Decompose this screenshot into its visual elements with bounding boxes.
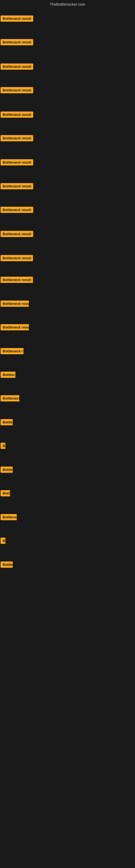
bottleneck-badge-14[interactable]: Bottleneck resu (1, 324, 29, 330)
bottleneck-badge-19[interactable]: B (1, 443, 5, 449)
bottleneck-badge-22[interactable]: Bottlens (1, 514, 17, 520)
result-row-13: Bottleneck resu (1, 301, 29, 308)
bottleneck-badge-23[interactable]: B (1, 538, 5, 544)
result-row-8: Bottleneck result (1, 183, 33, 190)
result-row-22: Bottlens (1, 514, 17, 521)
result-row-21: Bott (1, 490, 10, 497)
result-row-23: B (1, 538, 5, 545)
bottleneck-badge-13[interactable]: Bottleneck resu (1, 301, 29, 307)
bottleneck-badge-18[interactable]: Bottle (1, 419, 13, 425)
bottleneck-badge-1[interactable]: Bottleneck result (1, 16, 33, 22)
bottleneck-badge-10[interactable]: Bottleneck result (1, 231, 33, 237)
page-wrapper: TheBottlenecker.com Bottleneck result Bo… (0, 0, 135, 868)
result-row-20: Bottle (1, 467, 13, 474)
bottleneck-badge-12[interactable]: Bottleneck result (1, 277, 33, 283)
bottleneck-badge-7[interactable]: Bottleneck result (1, 159, 33, 165)
bottleneck-badge-11[interactable]: Bottleneck result (1, 255, 33, 261)
result-row-9: Bottleneck result (1, 207, 33, 214)
bottleneck-badge-9[interactable]: Bottleneck result (1, 207, 33, 213)
bottleneck-badge-15[interactable]: Bottleneck r (1, 348, 24, 354)
bottleneck-badge-3[interactable]: Bottleneck result (1, 63, 33, 70)
result-row-1: Bottleneck result (1, 16, 33, 23)
bottleneck-badge-5[interactable]: Bottleneck result (1, 112, 33, 118)
bottleneck-badge-2[interactable]: Bottleneck result (1, 39, 33, 45)
result-row-3: Bottleneck result (1, 63, 33, 71)
result-row-4: Bottleneck result (1, 87, 33, 94)
bottleneck-badge-4[interactable]: Bottleneck result (1, 87, 33, 93)
result-row-6: Bottleneck result (1, 135, 33, 143)
result-row-16: Bottlen (1, 372, 15, 379)
bottleneck-badge-17[interactable]: Bottleneck (1, 395, 19, 401)
site-title: TheBottlenecker.com (0, 0, 135, 8)
result-row-5: Bottleneck result (1, 112, 33, 119)
result-row-24: Bottle (1, 561, 13, 569)
bottleneck-badge-21[interactable]: Bott (1, 490, 10, 496)
bottleneck-badge-8[interactable]: Bottleneck result (1, 183, 33, 189)
result-row-7: Bottleneck result (1, 159, 33, 166)
result-row-14: Bottleneck resu (1, 324, 29, 332)
result-row-10: Bottleneck result (1, 231, 33, 238)
result-row-18: Bottle (1, 419, 13, 426)
result-row-15: Bottleneck r (1, 348, 24, 355)
result-row-17: Bottleneck (1, 395, 19, 403)
bottleneck-badge-20[interactable]: Bottle (1, 467, 13, 473)
result-row-19: B (1, 443, 5, 450)
bottleneck-badge-24[interactable]: Bottle (1, 561, 13, 568)
result-row-12: Bottleneck result (1, 277, 33, 284)
bottleneck-badge-6[interactable]: Bottleneck result (1, 135, 33, 141)
result-row-2: Bottleneck result (1, 39, 33, 46)
result-row-11: Bottleneck result (1, 255, 33, 262)
bottleneck-badge-16[interactable]: Bottlen (1, 372, 15, 378)
